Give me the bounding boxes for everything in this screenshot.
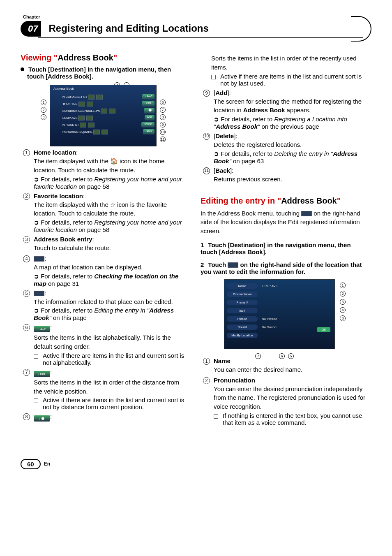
content-columns: Viewing "Address Book" Touch [Destinatio… — [21, 53, 367, 426]
add-button[interactable]: Add — [145, 115, 154, 120]
field-icon[interactable]: Icon — [227, 308, 258, 313]
legend-list-right: 9 [Add]: The screen for selecting the me… — [201, 89, 367, 184]
list-item: ★ OFFICE — [62, 102, 78, 106]
legend-item: 6 ↓ A–Z: Sorts the items in the list alp… — [23, 324, 187, 366]
right-column: Sorts the items in the list in order of … — [201, 53, 367, 426]
legend-item: 9 [Add]: The screen for selecting the me… — [203, 89, 367, 130]
callout-2: 2 — [41, 107, 46, 113]
callout-3: 3 — [340, 299, 346, 305]
field-name[interactable]: Name — [227, 283, 258, 289]
legend-item: 3 Address Book entry: Touch to calculate… — [23, 236, 187, 253]
field-modify-location[interactable]: Modify Location — [227, 333, 258, 338]
list-item: N COHASSET ST — [62, 95, 87, 99]
chapter-title: Registering and Editing Locations — [46, 22, 367, 36]
instruction: Touch [Destination] in the navigation me… — [21, 66, 187, 80]
delete-button[interactable]: Delete — [141, 122, 154, 127]
list-item: N ROSE ST — [62, 123, 79, 127]
callout-1: 1 — [340, 283, 346, 288]
sort-dist-icon: ↓ Dist. — [34, 371, 50, 377]
sort-recent-button[interactable]: ↓ 🕐 — [144, 108, 154, 114]
back-button[interactable]: Back — [143, 129, 154, 134]
screenshot-edit: 1 2 3 4 8 7 6 5 NameLEMP AVE Pronunciati… — [214, 279, 354, 349]
page-footer: 60 En — [21, 459, 367, 469]
field-picture[interactable]: Picture — [227, 316, 258, 322]
legend-item: 5 : The information related to that plac… — [23, 290, 187, 322]
step-2: 2Touch on the right-hand side of the loc… — [201, 261, 367, 275]
note: Active if there are items in the list an… — [211, 73, 367, 87]
legend-item: 1 Name You can enter the desired name. — [203, 357, 367, 374]
edit-icon — [301, 211, 312, 216]
callout-9: 9 — [160, 122, 166, 127]
section-title-viewing: Viewing "Address Book" — [21, 53, 187, 63]
callout-10: 10 — [160, 129, 166, 135]
sort-az-button[interactable]: ↓ A–Z — [142, 94, 154, 100]
note: If nothing is entered in the text box, y… — [214, 412, 367, 426]
list-item: PERSHING SQUARE — [62, 130, 92, 134]
callout-8: 8 — [340, 315, 346, 321]
page-number: 60 — [21, 459, 41, 469]
chapter-header: 07 Registering and Editing Locations — [21, 21, 367, 37]
chapter-label: Chapter — [23, 14, 367, 19]
legend-item: 1 Home location: The item displayed with… — [23, 149, 187, 190]
field-phone[interactable]: Phone # — [227, 300, 258, 305]
edit-legend-list: 1 Name You can enter the desired name. 2… — [201, 357, 367, 426]
callout-11: 11 — [160, 137, 166, 142]
section-title-editing: Editing the entry in "Address Book" — [201, 196, 367, 206]
callout-2: 2 — [340, 291, 346, 297]
chapter-number: 07 — [21, 21, 41, 37]
callout-8: 8 — [160, 114, 166, 120]
legend-item: 4 : A map of that location can be displa… — [23, 255, 187, 287]
legend-num: 1 — [23, 149, 30, 156]
note: Active if there are items in the list an… — [34, 352, 187, 366]
callout-6: 6 — [160, 100, 166, 105]
left-column: Viewing "Address Book" Touch [Destinatio… — [21, 53, 187, 426]
field-pronunciation[interactable]: Pronunciation — [227, 292, 258, 297]
legend-item: 2 Pronunciation You can enter the desire… — [203, 377, 367, 426]
editing-intro: In the Address Book menu, touching on th… — [201, 209, 367, 236]
sort-az-icon: ↓ A–Z — [34, 326, 50, 332]
ok-button[interactable]: OK — [317, 327, 330, 332]
legend-item: 8 ↓ 🕐: — [23, 413, 187, 422]
callout-1: 1 — [41, 100, 46, 105]
bullet-icon — [21, 67, 24, 71]
map-icon — [34, 256, 44, 262]
legend-item: 11 [Back]: Returns previous screen. — [203, 167, 367, 184]
callout-7: 7 — [160, 107, 166, 113]
callout-4: 4 — [340, 307, 346, 313]
step-1: 1Touch [Destination] in the navigation m… — [201, 241, 367, 255]
screen-title: Address Book — [53, 87, 74, 90]
legend-item: 7 ↓ Dist.: Sorts the items in the list i… — [23, 368, 187, 411]
sort-recent-icon: ↓ 🕐 — [34, 415, 50, 422]
sort-dist-button[interactable]: ↓ Dist. — [142, 101, 154, 107]
language-label: En — [44, 461, 50, 467]
callout-3: 3 — [41, 114, 46, 120]
edit-icon — [228, 262, 238, 268]
legend-list: 1 Home location: The item displayed with… — [21, 149, 187, 422]
list-item: BURBANK-GLENDALE-PA — [62, 109, 100, 113]
page: Chapter 07 Registering and Editing Locat… — [0, 0, 392, 486]
screenshot-address-book: 4 5 1 2 3 6 7 8 9 10 11 Address Book — [34, 85, 174, 146]
field-sound[interactable]: Sound — [227, 324, 258, 330]
legend-item: 2 Favorite location: The item displayed … — [23, 192, 187, 234]
legend-item: 10 [Delete]: Deletes the registered loca… — [203, 132, 367, 164]
list-item: LEMP AVE — [62, 116, 77, 120]
note: Active if there are items in the list an… — [34, 396, 187, 410]
edit-icon — [34, 291, 44, 296]
